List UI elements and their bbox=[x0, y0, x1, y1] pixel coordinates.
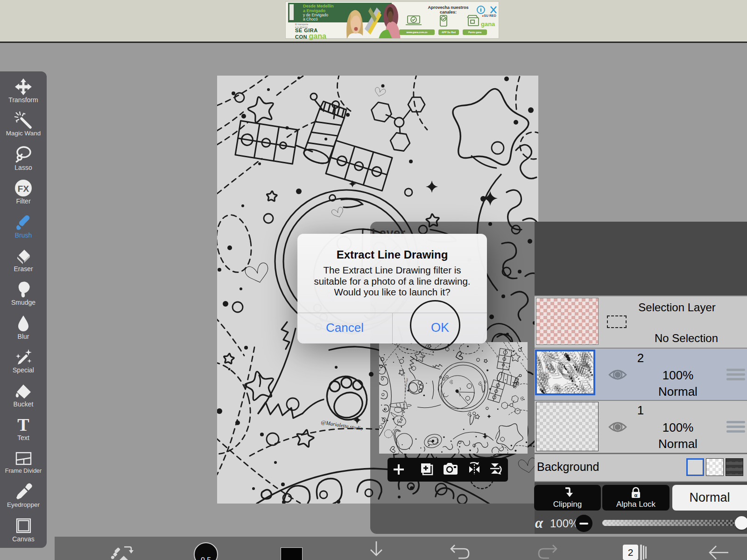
svg-text:FX: FX bbox=[18, 184, 29, 194]
svg-text:α: α bbox=[634, 492, 638, 498]
svg-text:T: T bbox=[17, 415, 29, 434]
